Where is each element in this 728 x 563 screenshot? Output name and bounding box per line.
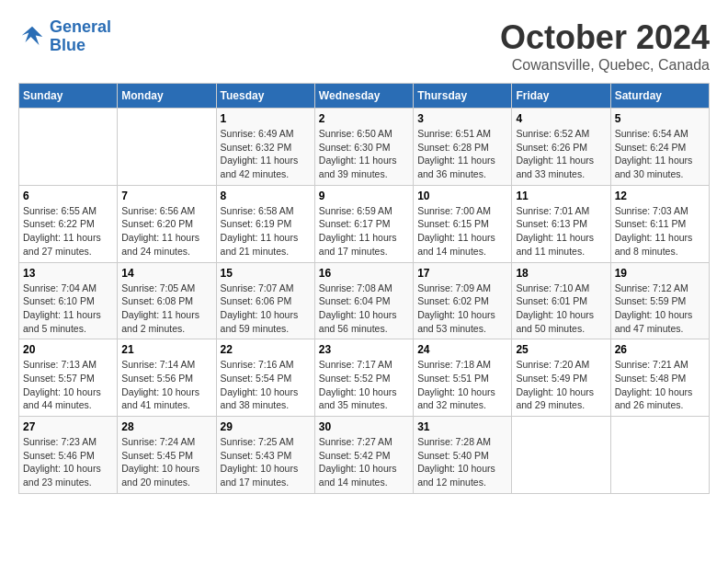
day-number: 29 <box>221 420 311 433</box>
day-info: Sunrise: 7:25 AM Sunset: 5:43 PM Dayligh… <box>221 435 311 489</box>
day-number: 6 <box>23 190 113 202</box>
calendar-week-row: 20Sunrise: 7:13 AM Sunset: 5:57 PM Dayli… <box>19 339 710 417</box>
day-info: Sunrise: 7:08 AM Sunset: 6:04 PM Dayligh… <box>319 282 409 336</box>
day-info: Sunrise: 7:01 AM Sunset: 6:13 PM Dayligh… <box>516 204 606 259</box>
calendar-week-row: 27Sunrise: 7:23 AM Sunset: 5:46 PM Dayli… <box>19 417 710 494</box>
day-number: 3 <box>417 112 507 125</box>
day-number: 27 <box>23 420 113 433</box>
day-number: 15 <box>221 267 311 280</box>
day-number: 25 <box>516 343 606 356</box>
calendar-cell: 25Sunrise: 7:20 AM Sunset: 5:49 PM Dayli… <box>512 339 610 417</box>
calendar-cell: 8Sunrise: 6:58 AM Sunset: 6:19 PM Daylig… <box>216 185 314 262</box>
day-number: 12 <box>615 190 705 202</box>
day-number: 9 <box>319 190 409 202</box>
day-info: Sunrise: 6:52 AM Sunset: 6:26 PM Dayligh… <box>516 127 606 181</box>
day-number: 2 <box>319 112 409 125</box>
day-number: 30 <box>319 420 409 433</box>
day-info: Sunrise: 7:03 AM Sunset: 6:11 PM Dayligh… <box>615 204 705 259</box>
weekday-header-tuesday: Tuesday <box>216 84 314 109</box>
day-info: Sunrise: 7:13 AM Sunset: 5:57 PM Dayligh… <box>23 358 113 412</box>
calendar-cell: 24Sunrise: 7:18 AM Sunset: 5:51 PM Dayli… <box>414 339 512 417</box>
calendar-cell <box>512 417 610 494</box>
logo-icon <box>18 23 46 51</box>
calendar-cell: 1Sunrise: 6:49 AM Sunset: 6:32 PM Daylig… <box>216 109 314 186</box>
calendar-week-row: 1Sunrise: 6:49 AM Sunset: 6:32 PM Daylig… <box>19 109 710 186</box>
day-number: 19 <box>615 267 705 280</box>
calendar-cell: 4Sunrise: 6:52 AM Sunset: 6:26 PM Daylig… <box>512 109 610 186</box>
calendar-cell: 29Sunrise: 7:25 AM Sunset: 5:43 PM Dayli… <box>216 417 314 494</box>
calendar-cell: 28Sunrise: 7:24 AM Sunset: 5:45 PM Dayli… <box>118 417 216 494</box>
weekday-header-sunday: Sunday <box>19 84 118 109</box>
day-number: 16 <box>319 267 409 280</box>
day-number: 24 <box>417 343 507 356</box>
day-info: Sunrise: 6:56 AM Sunset: 6:20 PM Dayligh… <box>121 204 211 259</box>
calendar-table: SundayMondayTuesdayWednesdayThursdayFrid… <box>18 83 710 494</box>
day-info: Sunrise: 6:50 AM Sunset: 6:30 PM Dayligh… <box>319 127 409 181</box>
title-block: October 2024 Cowansville, Quebec, Canada <box>500 18 710 74</box>
day-number: 10 <box>417 190 507 202</box>
calendar-cell: 23Sunrise: 7:17 AM Sunset: 5:52 PM Dayli… <box>314 339 413 417</box>
day-info: Sunrise: 7:05 AM Sunset: 6:08 PM Dayligh… <box>121 282 211 336</box>
svg-marker-0 <box>22 27 43 45</box>
day-info: Sunrise: 7:18 AM Sunset: 5:51 PM Dayligh… <box>417 358 507 412</box>
weekday-header-wednesday: Wednesday <box>314 84 413 109</box>
logo-blue: Blue <box>50 37 111 55</box>
day-number: 13 <box>23 267 113 280</box>
day-info: Sunrise: 7:14 AM Sunset: 5:56 PM Dayligh… <box>121 358 211 412</box>
day-info: Sunrise: 7:20 AM Sunset: 5:49 PM Dayligh… <box>516 358 606 412</box>
logo-general: General <box>50 17 111 36</box>
day-number: 22 <box>221 343 311 356</box>
day-number: 11 <box>516 190 606 202</box>
calendar-cell: 6Sunrise: 6:55 AM Sunset: 6:22 PM Daylig… <box>19 185 118 262</box>
day-number: 5 <box>615 112 705 125</box>
weekday-header-thursday: Thursday <box>414 84 512 109</box>
day-info: Sunrise: 7:04 AM Sunset: 6:10 PM Dayligh… <box>23 282 113 336</box>
day-info: Sunrise: 7:12 AM Sunset: 5:59 PM Dayligh… <box>615 282 705 336</box>
weekday-header-monday: Monday <box>118 84 216 109</box>
calendar-cell: 31Sunrise: 7:28 AM Sunset: 5:40 PM Dayli… <box>414 417 512 494</box>
location-subtitle: Cowansville, Quebec, Canada <box>500 57 710 74</box>
day-info: Sunrise: 7:21 AM Sunset: 5:48 PM Dayligh… <box>615 358 705 412</box>
day-number: 1 <box>221 112 311 125</box>
day-info: Sunrise: 7:09 AM Sunset: 6:02 PM Dayligh… <box>417 282 507 336</box>
page-header: General Blue October 2024 Cowansville, Q… <box>18 18 710 74</box>
calendar-cell: 18Sunrise: 7:10 AM Sunset: 6:01 PM Dayli… <box>512 262 610 339</box>
day-number: 28 <box>121 420 211 433</box>
calendar-cell: 22Sunrise: 7:16 AM Sunset: 5:54 PM Dayli… <box>216 339 314 417</box>
calendar-week-row: 13Sunrise: 7:04 AM Sunset: 6:10 PM Dayli… <box>19 262 710 339</box>
day-info: Sunrise: 6:55 AM Sunset: 6:22 PM Dayligh… <box>23 204 113 259</box>
day-number: 8 <box>221 190 311 202</box>
day-number: 4 <box>516 112 606 125</box>
calendar-cell: 16Sunrise: 7:08 AM Sunset: 6:04 PM Dayli… <box>314 262 413 339</box>
calendar-cell: 11Sunrise: 7:01 AM Sunset: 6:13 PM Dayli… <box>512 185 610 262</box>
day-number: 17 <box>417 267 507 280</box>
day-info: Sunrise: 7:16 AM Sunset: 5:54 PM Dayligh… <box>221 358 311 412</box>
calendar-cell: 2Sunrise: 6:50 AM Sunset: 6:30 PM Daylig… <box>314 109 413 186</box>
logo-text: General Blue <box>50 18 111 55</box>
day-number: 23 <box>319 343 409 356</box>
day-number: 31 <box>417 420 507 433</box>
day-info: Sunrise: 6:59 AM Sunset: 6:17 PM Dayligh… <box>319 204 409 259</box>
calendar-cell: 7Sunrise: 6:56 AM Sunset: 6:20 PM Daylig… <box>118 185 216 262</box>
day-info: Sunrise: 7:07 AM Sunset: 6:06 PM Dayligh… <box>221 282 311 336</box>
logo: General Blue <box>18 18 111 55</box>
day-info: Sunrise: 6:51 AM Sunset: 6:28 PM Dayligh… <box>417 127 507 181</box>
day-info: Sunrise: 6:58 AM Sunset: 6:19 PM Dayligh… <box>221 204 311 259</box>
weekday-header-friday: Friday <box>512 84 610 109</box>
calendar-cell: 5Sunrise: 6:54 AM Sunset: 6:24 PM Daylig… <box>610 109 709 186</box>
day-info: Sunrise: 7:24 AM Sunset: 5:45 PM Dayligh… <box>121 435 211 489</box>
calendar-cell: 26Sunrise: 7:21 AM Sunset: 5:48 PM Dayli… <box>610 339 709 417</box>
day-info: Sunrise: 7:17 AM Sunset: 5:52 PM Dayligh… <box>319 358 409 412</box>
calendar-cell: 27Sunrise: 7:23 AM Sunset: 5:46 PM Dayli… <box>19 417 118 494</box>
day-number: 20 <box>23 343 113 356</box>
calendar-cell <box>610 417 709 494</box>
calendar-cell: 12Sunrise: 7:03 AM Sunset: 6:11 PM Dayli… <box>610 185 709 262</box>
calendar-cell: 19Sunrise: 7:12 AM Sunset: 5:59 PM Dayli… <box>610 262 709 339</box>
calendar-cell: 17Sunrise: 7:09 AM Sunset: 6:02 PM Dayli… <box>414 262 512 339</box>
day-number: 14 <box>121 267 211 280</box>
weekday-header-saturday: Saturday <box>610 84 709 109</box>
day-info: Sunrise: 7:10 AM Sunset: 6:01 PM Dayligh… <box>516 282 606 336</box>
day-info: Sunrise: 7:28 AM Sunset: 5:40 PM Dayligh… <box>417 435 507 489</box>
calendar-cell: 9Sunrise: 6:59 AM Sunset: 6:17 PM Daylig… <box>314 185 413 262</box>
day-number: 21 <box>121 343 211 356</box>
